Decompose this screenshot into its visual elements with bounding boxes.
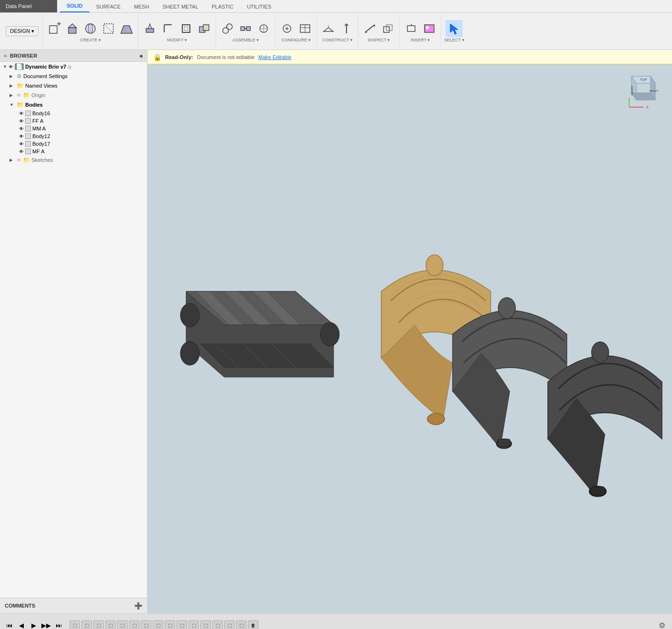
assemble-label[interactable]: ASSEMBLE ▾ (232, 38, 259, 42)
timeline-tool-16[interactable]: 🗑 (248, 620, 258, 629)
make-editable-button[interactable]: Make Editable (258, 54, 292, 60)
viewcube[interactable]: TOP FRONT RIGHT X (620, 69, 662, 112)
body-cube-icon-body12 (25, 133, 31, 139)
nav-next-button[interactable]: ▶▶ (41, 620, 51, 629)
timeline-tool-13[interactable]: ⬚ (212, 620, 223, 629)
tree-item-named-views[interactable]: ▶ 📁 Named Views (0, 81, 147, 90)
tree-toggle-sketches[interactable]: ▶ (10, 158, 15, 162)
timeline-tool-9[interactable]: ⬚ (165, 620, 175, 629)
timeline-tool-15[interactable]: ⬚ (236, 620, 247, 629)
tree-toggle-origin[interactable]: ▶ (10, 93, 15, 98)
press-pull-button[interactable] (141, 20, 158, 37)
timeline-tool-6[interactable]: ⬚ (129, 620, 139, 629)
tab-solid[interactable]: SOLID (60, 0, 89, 12)
loft-button[interactable] (118, 20, 135, 37)
timeline-tool-2[interactable]: ⬚ (81, 620, 92, 629)
rigid-group-button[interactable] (237, 20, 254, 37)
select-button[interactable] (445, 20, 463, 37)
insert-label[interactable]: INSERT ▾ (411, 38, 430, 42)
extrude-button[interactable] (64, 20, 81, 37)
select-group: SELECT ▾ (441, 14, 467, 49)
construct-label[interactable]: CONSTRUCT ▾ (322, 38, 353, 42)
svg-rect-3 (69, 28, 76, 33)
configure-label[interactable]: CONFIGURE ▾ (281, 38, 311, 42)
fillet-button[interactable] (159, 20, 177, 37)
drive-joints-button[interactable] (255, 20, 272, 37)
construct-axis-button[interactable] (338, 20, 355, 37)
tree-item-body12[interactable]: 👁 Body12 (0, 132, 147, 140)
tree-status-icon: ◎ (68, 64, 72, 70)
new-joint-button[interactable] (219, 20, 236, 37)
tree-item-root[interactable]: ▼ 👁 📄 Dynamic Brio v7 ◎ (0, 62, 147, 71)
tab-sheet-metal[interactable]: SHEET METAL (156, 1, 205, 12)
timeline-tool-4[interactable]: ⬚ (105, 620, 116, 629)
configure-params-button[interactable] (278, 20, 296, 37)
svg-rect-15 (203, 25, 209, 30)
tree-toggle-named-views[interactable]: ▶ (10, 83, 15, 88)
tree-item-origin[interactable]: ▶ 👁 📁 Origin (0, 90, 147, 100)
readonly-label: Read-Only: (165, 54, 193, 60)
bottom-settings-button[interactable]: ⚙ (656, 619, 668, 629)
timeline-tool-12[interactable]: ⬚ (200, 620, 211, 629)
settings-icon: ⚙ (17, 73, 22, 80)
design-dropdown-button[interactable]: DESIGN ▾ (6, 26, 39, 36)
tree-item-bodies[interactable]: ▼ 📁 Bodies (0, 100, 147, 110)
tree-item-mfa[interactable]: 👁 MF A (0, 148, 147, 155)
timeline-tool-14[interactable]: ⬚ (224, 620, 235, 629)
insert-canvas-button[interactable] (421, 20, 438, 37)
sketch-button[interactable] (100, 20, 117, 37)
timeline-tool-8[interactable]: ⬚ (153, 620, 163, 629)
comments-label: COMMENTS (5, 603, 35, 609)
timeline-tool-11[interactable]: ⬚ (188, 620, 199, 629)
comments-bar[interactable]: COMMENTS ➕ (0, 598, 147, 613)
new-component-button[interactable] (46, 20, 63, 37)
tree-toggle-bodies[interactable]: ▼ (10, 102, 15, 107)
insert-mcmaster-button[interactable] (403, 20, 420, 37)
measure-button[interactable] (361, 20, 378, 37)
svg-text:FRONT: FRONT (631, 85, 633, 95)
tab-plastic[interactable]: PLASTIC (205, 1, 240, 12)
tree-item-body16[interactable]: 👁 Body16 (0, 110, 147, 117)
nav-play-button[interactable]: ▶ (29, 620, 39, 629)
comments-add-icon[interactable]: ➕ (134, 602, 142, 609)
configure-table-button[interactable] (296, 20, 314, 37)
interference-button[interactable] (379, 20, 396, 37)
tree-item-ffa[interactable]: 👁 FF A (0, 117, 147, 125)
shell-button[interactable] (178, 20, 195, 37)
nav-last-button[interactable]: ⏭ (53, 620, 64, 629)
tab-surface[interactable]: SURFACE (89, 1, 128, 12)
tree-item-doc-settings[interactable]: ▶ ⚙ Document Settings (0, 71, 147, 81)
tab-mesh[interactable]: MESH (128, 1, 156, 12)
tab-utilities[interactable]: UTILITIES (240, 1, 278, 12)
timeline-tool-5[interactable]: ⬚ (117, 620, 128, 629)
tree-label-doc-settings: Document Settings (23, 73, 68, 79)
svg-point-67 (498, 298, 515, 319)
bottom-nav-bar: ⏮ ◀ ▶ ▶▶ ⏭ ⬚ ⬚ ⬚ ⬚ ⬚ ⬚ ⬚ ⬚ ⬚ ⬚ ⬚ ⬚ ⬚ ⬚ ⬚… (0, 613, 672, 629)
create-label[interactable]: CREATE ▾ (80, 38, 101, 42)
tree-expand-root[interactable]: ▼ (3, 64, 7, 69)
timeline-tool-7[interactable]: ⬚ (141, 620, 151, 629)
combine-button[interactable] (196, 20, 213, 37)
browser-collapse-icon[interactable]: « (4, 52, 7, 59)
select-label[interactable]: SELECT ▾ (444, 38, 464, 42)
svg-point-70 (592, 342, 609, 363)
svg-line-33 (365, 25, 375, 32)
tree-toggle-settings[interactable]: ▶ (10, 74, 15, 79)
tree-item-mma[interactable]: 👁 MM A (0, 125, 147, 132)
browser-settings-icon[interactable]: ● (139, 52, 143, 60)
nav-first-button[interactable]: ⏮ (4, 620, 14, 629)
timeline-tool-10[interactable]: ⬚ (177, 620, 187, 629)
tree-label-ffa: FF A (32, 118, 43, 124)
nav-prev-button[interactable]: ◀ (16, 620, 27, 629)
modify-label[interactable]: MODIFY ▾ (167, 38, 187, 42)
data-panel-button[interactable]: Data Panel (0, 0, 57, 12)
body-cube-icon-ffa (25, 118, 31, 124)
tree-item-sketches[interactable]: ▶ 👁 📁 Sketches (0, 155, 147, 165)
offset-plane-button[interactable] (320, 20, 337, 37)
timeline-tool-1[interactable]: ⬚ (69, 620, 80, 629)
revolve-button[interactable] (82, 20, 99, 37)
viewcube-container[interactable]: TOP FRONT RIGHT X (620, 69, 662, 113)
timeline-tool-3[interactable]: ⬚ (93, 620, 104, 629)
tree-item-body17[interactable]: 👁 Body17 (0, 140, 147, 148)
inspect-label[interactable]: INSPECT ▾ (368, 38, 390, 42)
